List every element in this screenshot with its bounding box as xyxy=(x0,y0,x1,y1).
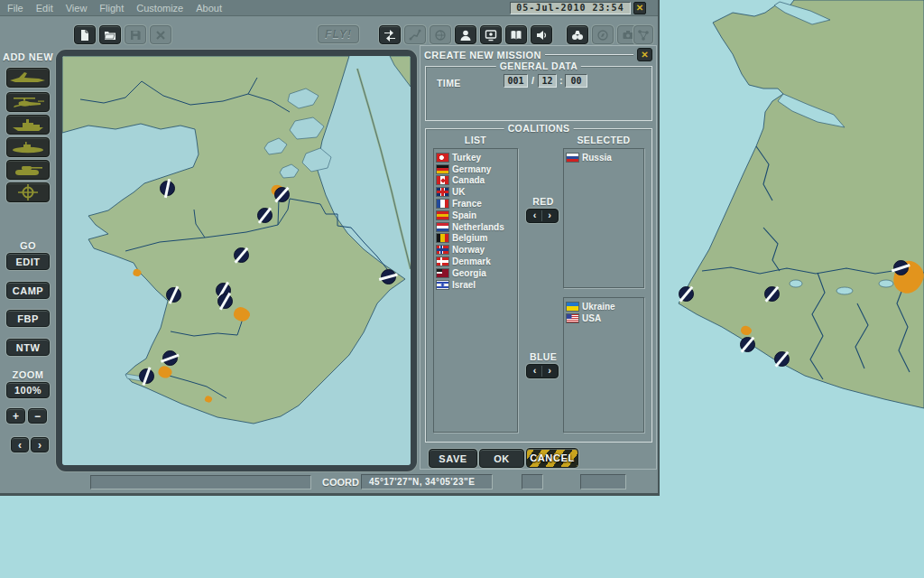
red-selected-item[interactable]: Russia xyxy=(567,152,643,163)
coalitions-group: COALITIONS LIST SELECTED Turkey Germany xyxy=(425,128,652,443)
compass-icon xyxy=(596,29,609,42)
sound-button[interactable] xyxy=(531,25,552,44)
zoom-level-button[interactable]: 100% xyxy=(6,382,50,398)
airfield-marker-icon[interactable] xyxy=(217,294,233,309)
zoom-in-button[interactable]: + xyxy=(6,408,25,424)
country-flag-icon xyxy=(437,188,448,196)
map-viewport[interactable] xyxy=(62,56,411,465)
country-flag-icon xyxy=(437,200,448,208)
new-mission-button[interactable] xyxy=(74,25,96,44)
country-list-item[interactable]: UK xyxy=(437,186,517,198)
add-tank-button[interactable] xyxy=(6,160,50,180)
menu-item[interactable]: View xyxy=(66,3,88,14)
airfield-marker-icon[interactable] xyxy=(139,368,154,384)
save-button[interactable]: SAVE xyxy=(429,449,477,468)
coord-label: COORD xyxy=(322,477,359,488)
blue-label: BLUE xyxy=(527,351,559,362)
red-add-button[interactable]: › xyxy=(542,210,557,221)
encyclopedia-button[interactable] xyxy=(505,25,527,44)
time-minute-field[interactable]: 00 xyxy=(565,74,587,88)
country-list-item[interactable]: Israel xyxy=(437,279,517,291)
blue-add-button[interactable]: › xyxy=(542,366,557,377)
blue-selected-item[interactable]: Ukraine xyxy=(567,301,643,312)
airfield-marker-icon[interactable] xyxy=(160,181,175,196)
menu-item[interactable]: About xyxy=(196,3,222,14)
country-list-item[interactable]: Netherlands xyxy=(437,221,517,233)
tank-icon xyxy=(8,162,48,178)
country-list-item[interactable]: Belgium xyxy=(437,233,517,245)
fly-button[interactable]: FLY! xyxy=(318,25,359,43)
country-list-item[interactable]: Germany xyxy=(437,163,517,175)
ok-button[interactable]: OK xyxy=(479,449,524,468)
network-icon xyxy=(637,29,650,42)
red-remove-button[interactable]: ‹ xyxy=(528,210,542,221)
country-list-item[interactable]: Turkey xyxy=(437,152,517,163)
airfield-marker-icon[interactable] xyxy=(274,187,290,202)
blue-selected-listbox[interactable]: Ukraine USA xyxy=(563,297,644,433)
blue-selected-item[interactable]: USA xyxy=(567,312,643,324)
time-hour-field[interactable]: 12 xyxy=(538,74,557,88)
speaker-icon xyxy=(535,29,548,42)
airfield-marker-icon[interactable] xyxy=(162,350,178,366)
add-helicopter-button[interactable] xyxy=(6,92,50,112)
country-list-item[interactable]: Spain xyxy=(437,210,517,221)
country-list-item[interactable]: Denmark xyxy=(437,256,517,267)
country-list-item[interactable]: Canada xyxy=(437,175,517,187)
dialog-close-button[interactable]: ✕ xyxy=(637,48,652,61)
airfield-marker-icon[interactable] xyxy=(257,208,273,223)
airfield-marker-icon[interactable] xyxy=(166,287,181,303)
open-mission-button[interactable] xyxy=(99,25,121,44)
country-flag-icon xyxy=(437,223,448,231)
country-list-item[interactable]: Norway xyxy=(437,244,517,256)
add-airplane-button[interactable] xyxy=(6,68,50,88)
cancel-button[interactable]: CANCEL xyxy=(526,448,578,468)
window-close-button[interactable]: ✕ xyxy=(633,2,646,14)
airfield-marker-icon[interactable] xyxy=(740,337,755,352)
pilot-logbook-button[interactable] xyxy=(455,25,476,44)
time-day-field[interactable]: 001 xyxy=(504,74,528,88)
binoculars-button[interactable] xyxy=(567,25,588,44)
airfield-marker-icon[interactable] xyxy=(381,269,396,284)
menu-item[interactable]: Flight xyxy=(99,3,124,14)
pan-right-button[interactable]: › xyxy=(31,437,49,452)
country-name: Israel xyxy=(452,280,476,290)
save-mission-button[interactable] xyxy=(125,25,146,44)
country-name: Ukraine xyxy=(582,302,615,312)
globe-button[interactable] xyxy=(430,25,451,44)
blue-remove-button[interactable]: ‹ xyxy=(528,366,542,377)
country-listbox[interactable]: Turkey Germany Canada xyxy=(433,148,518,433)
compass-button[interactable] xyxy=(592,25,614,44)
go-edit-button[interactable]: EDIT xyxy=(6,253,50,270)
exchange-button[interactable] xyxy=(379,25,401,44)
airfield-marker-icon[interactable] xyxy=(679,286,694,302)
pilot-head-icon xyxy=(459,29,472,42)
red-transfer-buttons: ‹ › xyxy=(526,209,559,223)
airfield-marker-icon[interactable] xyxy=(764,286,780,302)
add-ship-button[interactable] xyxy=(6,115,50,135)
go-label: GO xyxy=(0,240,56,251)
country-list-item[interactable]: France xyxy=(437,198,517,210)
airfield-marker-icon[interactable] xyxy=(893,260,909,275)
delete-button[interactable] xyxy=(150,25,171,44)
status-message-field xyxy=(90,475,311,489)
add-target-button[interactable] xyxy=(6,182,50,202)
country-flag-icon xyxy=(437,257,448,266)
go-ntw-button[interactable]: NTW xyxy=(6,339,50,356)
country-list-item[interactable]: Georgia xyxy=(437,267,517,279)
pan-left-button[interactable]: ‹ xyxy=(11,437,29,452)
airfield-marker-icon[interactable] xyxy=(234,247,249,263)
menu-item[interactable]: Edit xyxy=(36,3,53,14)
airfield-marker-icon[interactable] xyxy=(774,351,790,367)
briefing-button[interactable] xyxy=(480,25,502,44)
go-fbp-button[interactable]: FBP xyxy=(6,310,50,327)
route-button[interactable] xyxy=(404,25,426,44)
globe-icon xyxy=(434,29,447,42)
red-selected-listbox[interactable]: Russia xyxy=(563,148,644,288)
go-camp-button[interactable]: CAMP xyxy=(6,282,50,299)
zoom-out-button[interactable]: − xyxy=(28,408,47,424)
network-button[interactable] xyxy=(633,25,653,44)
add-submarine-button[interactable] xyxy=(6,137,50,157)
menu-item[interactable]: File xyxy=(7,3,23,14)
blue-transfer-buttons: ‹ › xyxy=(526,364,559,378)
menu-item[interactable]: Customize xyxy=(136,3,183,14)
